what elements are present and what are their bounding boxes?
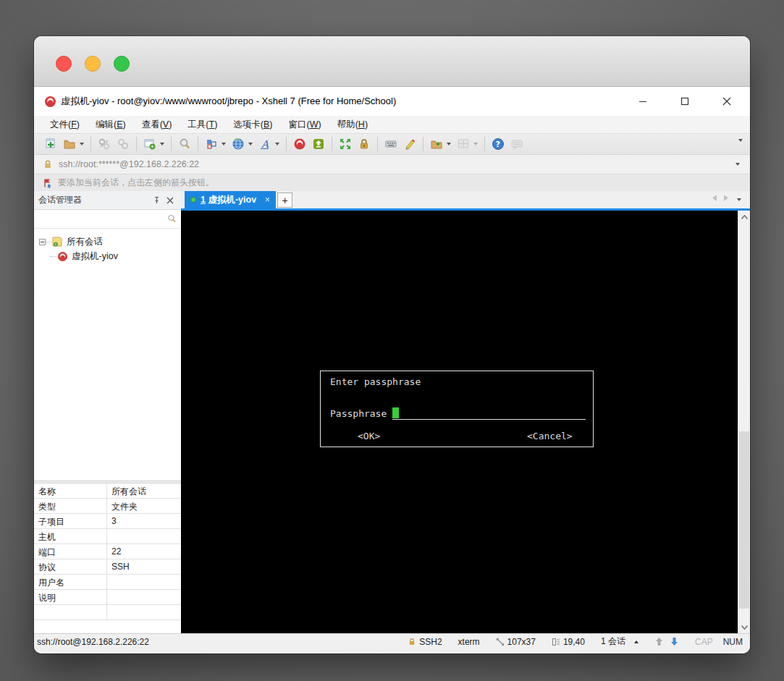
menu-item-file[interactable]: 文件(F) [44, 117, 85, 133]
fullscreen-icon[interactable] [337, 136, 353, 152]
session-manager-title: 会话管理器 [38, 194, 151, 206]
lock-screen-icon[interactable] [356, 136, 372, 152]
ok-button[interactable]: <OK> [358, 431, 380, 441]
menu-item-tabs[interactable]: 选项卡(B) [227, 117, 278, 133]
svg-text:A: A [261, 138, 269, 150]
scroll-down-icon[interactable] [738, 621, 750, 633]
session-manager-panel: 会话管理器 [34, 191, 181, 633]
panel-close-icon[interactable] [164, 194, 177, 207]
feedback-icon [509, 136, 525, 152]
tab-list-dropdown[interactable] [737, 198, 741, 201]
passphrase-input[interactable] [392, 407, 586, 420]
table-row: 子项目3 [34, 514, 181, 529]
tree-label[interactable]: 虚拟机-yiov [72, 250, 118, 263]
font-icon[interactable]: A [257, 136, 273, 152]
cursor-position-icon [552, 638, 560, 646]
menu-item-window[interactable]: 窗口(W) [283, 117, 327, 133]
new-file-icon[interactable] [429, 136, 444, 152]
status-cursor-position: 19,40 [552, 637, 585, 647]
address-bar[interactable]: ssh://root:******@192.168.2.226:22 [34, 155, 750, 174]
toolbar-overflow-dropdown[interactable] [738, 139, 743, 142]
table-row: 名称所有会话 [34, 483, 181, 499]
status-screen-size: 107x37 [496, 637, 536, 647]
new-tab-button[interactable]: + [277, 193, 292, 208]
menu-item-help[interactable]: 帮助(H) [332, 117, 374, 133]
scroll-to-top-icon[interactable] [654, 637, 664, 646]
session-search-input[interactable] [34, 212, 165, 227]
status-caps-lock: CAP [695, 637, 713, 647]
session-search-box[interactable] [34, 210, 181, 229]
font-dropdown[interactable] [275, 143, 279, 145]
app-titlebar[interactable]: 虚拟机-yiov - root@yiov:/www/wwwroot/jbrepo… [34, 87, 750, 116]
tree-item-all-sessions[interactable]: 所有会话 [34, 234, 181, 249]
table-row: 协议SSH [34, 559, 181, 575]
session-properties-dropdown[interactable] [160, 143, 164, 145]
address-dropdown[interactable] [735, 163, 740, 166]
cancel-button[interactable]: <Cancel> [527, 431, 573, 441]
tree-item-session[interactable]: 虚拟机-yiov [34, 249, 181, 263]
reconnect-icon [115, 136, 131, 152]
search-icon[interactable] [165, 213, 178, 226]
close-button[interactable] [717, 93, 737, 110]
session-properties-icon[interactable] [142, 136, 158, 152]
desktop-background: 虚拟机-yiov - root@yiov:/www/wwwroot/jbrepo… [0, 0, 784, 681]
xshell-logo-icon [44, 96, 56, 108]
scroll-to-bottom-icon[interactable] [670, 637, 679, 646]
window-title: 虚拟机-yiov - root@yiov:/www/wwwroot/jbrepo… [61, 95, 396, 108]
table-row: 类型文件夹 [34, 499, 181, 514]
status-bar: ssh://root@192.168.2.226:22 SSH2 xterm 1… [34, 633, 750, 653]
session-count-dropdown-icon[interactable] [634, 640, 638, 643]
tab-scroll-left-icon [711, 194, 717, 202]
virtual-keyboard-icon[interactable] [383, 136, 399, 152]
xftp-icon[interactable] [311, 136, 326, 152]
passphrase-dialog: Enter passphrase Passphrase <OK> <Cancel… [320, 371, 594, 447]
color-scheme-dropdown[interactable] [222, 143, 226, 145]
mac-close-button[interactable] [56, 56, 72, 72]
status-terminal-type[interactable]: xterm [458, 637, 480, 647]
main-area: 会话管理器 [34, 191, 750, 633]
mac-zoom-button[interactable] [114, 56, 130, 72]
status-session-count[interactable]: 1 会话 [601, 635, 638, 648]
tree-label[interactable]: 所有会话 [67, 236, 103, 248]
tile-windows-dropdown [473, 143, 478, 145]
terminal-screen[interactable]: Enter passphrase Passphrase <OK> <Cancel… [181, 211, 738, 633]
minimize-button[interactable] [633, 93, 653, 110]
menu-item-edit[interactable]: 编辑(E) [90, 117, 132, 133]
tab-session-active[interactable]: 1 虚拟机-yiov × [185, 191, 276, 208]
passphrase-label: Passphrase [330, 408, 387, 420]
open-folder-dropdown[interactable] [80, 143, 84, 145]
resize-icon [496, 638, 505, 646]
new-file-dropdown[interactable] [447, 143, 451, 145]
web-browser-dropdown[interactable] [248, 143, 253, 145]
session-manager-header: 会话管理器 [34, 191, 181, 210]
open-folder-icon[interactable] [62, 136, 77, 152]
help-icon[interactable]: ? [490, 136, 506, 152]
find-icon[interactable] [177, 136, 193, 152]
tab-close-icon[interactable]: × [265, 195, 270, 205]
table-row: 端口22 [34, 544, 181, 559]
menu-item-tools[interactable]: 工具(T) [182, 117, 223, 133]
maximize-button[interactable] [675, 93, 695, 110]
mac-minimize-button[interactable] [85, 56, 101, 72]
xshell-icon[interactable] [292, 136, 308, 152]
svg-text:?: ? [496, 140, 500, 149]
status-url: ssh://root@192.168.2.226:22 [37, 637, 392, 647]
scrollbar-thumb[interactable] [739, 431, 749, 609]
tab-scroll-right-icon [723, 194, 730, 202]
collapse-icon[interactable] [39, 239, 46, 245]
toolbar: A [34, 133, 750, 155]
menu-item-view[interactable]: 查看(V) [136, 117, 178, 133]
color-scheme-icon[interactable] [203, 136, 219, 152]
terminal-scrollbar[interactable] [738, 211, 750, 633]
address-url[interactable]: ssh://root:******@192.168.2.226:22 [59, 159, 199, 169]
new-session-icon[interactable] [43, 136, 59, 152]
table-row: 主机 [34, 529, 181, 544]
web-browser-icon[interactable] [230, 136, 246, 152]
mac-titlebar[interactable] [34, 36, 750, 87]
address-lock-icon [43, 159, 53, 169]
pin-icon[interactable] [151, 194, 164, 207]
compose-icon[interactable] [402, 136, 418, 152]
dialog-title: Enter passphrase [330, 376, 421, 387]
status-num-lock: NUM [723, 637, 743, 647]
scroll-up-icon[interactable] [738, 211, 750, 223]
